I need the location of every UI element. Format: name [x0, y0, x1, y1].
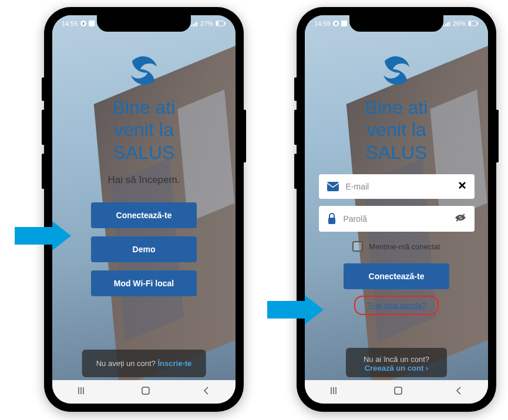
mail-icon: [327, 182, 339, 191]
facebook-icon: f: [80, 21, 86, 26]
svg-rect-11: [469, 22, 471, 25]
annotation-arrow-connect: [15, 221, 73, 250]
remember-row[interactable]: Menține-mă conectat: [352, 241, 440, 252]
connect-button[interactable]: Conectează-te: [91, 202, 197, 228]
password-field[interactable]: Parolă: [319, 206, 475, 232]
forgot-password-link[interactable]: Ți-ai uitat parola?: [355, 297, 438, 313]
phone-notch: [97, 15, 191, 32]
svg-text:f: f: [82, 21, 84, 26]
signup-prompt: Nu aveți un cont?: [96, 359, 158, 368]
nav-recent-button[interactable]: [331, 387, 341, 397]
password-placeholder: Parolă: [344, 214, 448, 223]
phone-screen: 14:55 f 27% Bine ati venit la SALUS Hai …: [52, 15, 236, 404]
svg-rect-6: [142, 387, 149, 394]
signup-card: Nu ai încă un cont? Creează un cont ›: [346, 348, 447, 377]
nav-back-button[interactable]: [455, 386, 462, 398]
nav-home-button[interactable]: [393, 386, 403, 398]
clear-icon[interactable]: [458, 181, 466, 192]
demo-button[interactable]: Demo: [91, 236, 197, 262]
email-field[interactable]: E-mail: [319, 174, 475, 199]
connect-button[interactable]: Conectează-te: [344, 263, 449, 289]
signal-icon: [443, 21, 450, 26]
svg-rect-14: [328, 218, 335, 224]
create-account-link[interactable]: Creează un cont ›: [365, 364, 428, 372]
nav-recent-button[interactable]: [78, 387, 89, 397]
phone-mockup-login: 14:59 f 26% Bine ati venit la SALUS E-ma…: [297, 7, 496, 412]
welcome-heading: Bine ati venit la SALUS: [365, 96, 428, 164]
remember-checkbox[interactable]: [352, 241, 363, 252]
visibility-off-icon[interactable]: [455, 213, 466, 225]
phone-notch: [349, 15, 443, 32]
signal-icon: [191, 21, 198, 26]
phone-mockup-welcome: 14:55 f 27% Bine ati venit la SALUS Hai …: [44, 7, 244, 412]
signup-link[interactable]: Înscrie-te: [157, 359, 191, 368]
phone-screen: 14:59 f 26% Bine ati venit la SALUS E-ma…: [305, 15, 488, 404]
svg-rect-5: [224, 22, 226, 25]
svg-rect-13: [327, 182, 339, 191]
salus-logo-icon: [120, 50, 167, 92]
battery-text: 26%: [453, 20, 466, 27]
wifi-local-button[interactable]: Mod Wi-Fi local: [91, 270, 197, 296]
svg-rect-4: [216, 22, 218, 25]
battery-icon: [216, 21, 226, 26]
signup-prompt: Nu ai încă un cont?: [364, 355, 429, 364]
image-icon: [341, 21, 347, 26]
highlight-circle: [354, 296, 439, 315]
image-icon: [89, 21, 95, 26]
battery-text: 27%: [200, 20, 213, 27]
lock-icon: [327, 213, 337, 225]
email-placeholder: E-mail: [346, 182, 451, 191]
android-nav-bar: [52, 380, 236, 404]
svg-rect-12: [477, 22, 478, 25]
battery-icon: [468, 21, 479, 26]
status-time: 14:55: [62, 20, 78, 27]
status-time: 14:59: [314, 20, 331, 27]
nav-home-button[interactable]: [141, 386, 150, 398]
signup-card: Nu aveți un cont? Înscrie-te: [82, 350, 206, 377]
svg-rect-2: [89, 21, 95, 26]
annotation-arrow-forgot: [267, 295, 326, 324]
android-nav-bar: [305, 380, 488, 404]
svg-rect-9: [341, 21, 347, 26]
welcome-subtitle: Hai să începem.: [108, 174, 180, 186]
facebook-icon: f: [333, 21, 339, 26]
nav-back-button[interactable]: [203, 386, 210, 398]
svg-text:f: f: [335, 21, 337, 26]
remember-label: Menține-mă conectat: [369, 242, 440, 251]
welcome-heading: Bine ati venit la SALUS: [113, 96, 176, 164]
svg-rect-16: [395, 387, 402, 394]
salus-logo-icon: [373, 50, 420, 92]
